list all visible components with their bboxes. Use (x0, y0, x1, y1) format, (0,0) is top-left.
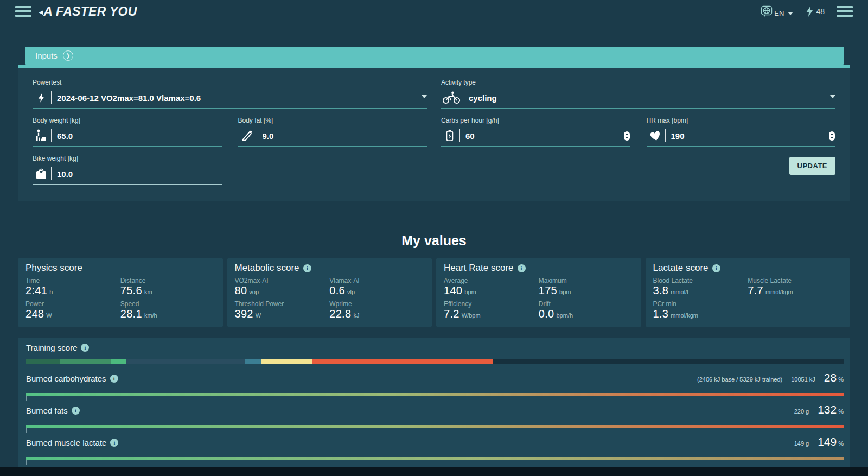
powertest-value: 2024-06-12 VO2max=81.0 Vlamax=0.6 (57, 93, 419, 103)
info-icon[interactable]: i (303, 264, 311, 272)
burned-muscle-lactate-label: Burned muscle lactate (26, 438, 106, 447)
bike-weight-field: Bike weight [kg] 10.0 (33, 155, 222, 185)
burned-carbohydrates-bar (26, 393, 844, 396)
fats-amount: 220 g (794, 408, 809, 415)
body-weight-value: 65.0 (57, 131, 222, 141)
body-fat-label: Body fat [%] (238, 117, 427, 124)
stat-hr-efficiency: Efficiency7.2W/bpm (444, 300, 539, 320)
cyclist-icon (441, 91, 462, 104)
carbs-amount: 10051 kJ (791, 376, 815, 383)
fats-percent: 132 (818, 403, 837, 416)
powertest-label: Powertest (33, 79, 427, 86)
chevron-down-icon (422, 95, 427, 98)
stat-time: Time2:41h (25, 277, 120, 297)
body-scale-icon (33, 129, 50, 142)
chevron-down-icon (830, 95, 835, 98)
training-score-title: Training score (26, 343, 77, 352)
weight-bag-icon (33, 167, 50, 180)
stat-vlamax: Vlamax-AI0.6vlp (329, 277, 424, 297)
caliper-icon (238, 129, 256, 142)
carbs-input[interactable]: 60 (441, 126, 630, 147)
carbs-stepper[interactable] (623, 131, 630, 141)
hr-max-value: 190 (671, 131, 829, 141)
body-fat-field: Body fat [%] 9.0 (238, 117, 427, 147)
stat-blood-lactate: Blood Lactate3.8mmol/l (653, 277, 748, 297)
carbs-value: 60 (465, 131, 623, 141)
menu-hamburger-icon[interactable] (15, 6, 31, 17)
body-weight-field: Body weight [kg] (33, 117, 222, 147)
burned-fats-bar (26, 425, 844, 428)
activity-type-label: Activity type (441, 79, 835, 86)
battery-energy-icon (441, 129, 458, 142)
inputs-header-label: Inputs (35, 51, 58, 60)
heart-icon (647, 129, 664, 142)
hr-max-label: HR max [bpm] (647, 117, 836, 124)
page-title: My values (18, 233, 850, 249)
page-bottom-edge (0, 467, 868, 476)
activity-type-select[interactable]: cycling (441, 88, 835, 109)
heart-rate-score-title: Heart Rate score (444, 263, 514, 274)
language-label: EN (774, 9, 784, 17)
stat-distance: Distance75.6km (120, 277, 215, 297)
bike-weight-value: 10.0 (57, 169, 222, 179)
activity-type-value: cycling (469, 93, 828, 103)
body-weight-input[interactable]: 65.0 (33, 126, 222, 147)
training-score-panel: Training score i Burned carbohydratesi (… (18, 338, 850, 476)
lightning-icon (805, 5, 814, 17)
body-fat-input[interactable]: 9.0 (238, 126, 427, 147)
powertest-field: Powertest 2024-06-12 VO2max=81.0 Vlamax=… (33, 79, 427, 109)
info-icon[interactable]: i (81, 344, 89, 352)
stat-pcr-min: PCr min1.3mmol/kgm (653, 300, 748, 320)
burned-carbohydrates-label: Burned carbohydrates (26, 374, 106, 383)
stat-hr-drift: Drift0.0bpm/h (539, 300, 634, 320)
hr-max-stepper[interactable] (828, 131, 835, 141)
burned-fats-label: Burned fats (26, 406, 68, 415)
carbs-percent: 28 (824, 371, 837, 384)
inputs-section-header[interactable]: Inputs ❯ (25, 47, 844, 65)
carbs-detail: (2406 kJ base / 5329 kJ trained) (697, 376, 782, 383)
info-icon[interactable]: i (518, 264, 526, 272)
body-weight-label: Body weight [kg] (33, 117, 222, 124)
training-score-bar (26, 359, 844, 364)
chevron-right-circle-icon: ❯ (63, 50, 73, 61)
body-fat-value: 9.0 (263, 131, 427, 141)
stat-hr-maximum: Maximum175bpm (539, 277, 634, 297)
physics-score-card: Physics score Time2:41h Distance75.6km P… (18, 258, 223, 327)
carbs-field: Carbs per hour [g/h] 60 (441, 117, 630, 147)
carbs-label: Carbs per hour [g/h] (441, 117, 630, 124)
bike-weight-input[interactable]: 10.0 (33, 164, 222, 185)
globe-icon (761, 5, 773, 17)
physics-score-title: Physics score (25, 263, 82, 274)
muscle-lactate-percent: 149 (818, 435, 837, 448)
burned-carbohydrates-section: Burned carbohydratesi (2406 kJ base / 53… (26, 371, 844, 396)
energy-count: 48 (816, 7, 825, 16)
update-button[interactable]: UPDATE (789, 157, 835, 175)
lactate-score-title: Lactate score (653, 263, 709, 274)
top-nav: A FASTER YOU EN 48 (0, 0, 868, 23)
muscle-lactate-amount: 149 g (794, 440, 809, 447)
hr-max-input[interactable]: 190 (647, 126, 836, 147)
powertest-select[interactable]: 2024-06-12 VO2max=81.0 Vlamax=0.6 (33, 88, 427, 109)
lactate-score-card: Lactate scorei Blood Lactate3.8mmol/l Mu… (646, 258, 851, 327)
metabolic-score-title: Metabolic score (235, 263, 299, 274)
settings-hamburger-icon[interactable] (837, 6, 853, 17)
inputs-panel: Powertest 2024-06-12 VO2max=81.0 Vlamax=… (18, 65, 850, 201)
info-icon[interactable]: i (110, 439, 118, 447)
app-logo[interactable]: A FASTER YOU (39, 4, 137, 19)
stat-power: Power248W (25, 300, 120, 320)
info-icon[interactable]: i (72, 407, 80, 415)
activity-type-field: Activity type cycling (441, 79, 835, 109)
stat-muscle-lactate: Muscle Lactate7.7mmol/kgm (748, 277, 843, 297)
language-selector[interactable]: EN (761, 5, 793, 17)
stat-vo2max: VO2max-AI80vop (235, 277, 330, 297)
info-icon[interactable]: i (110, 375, 118, 383)
chevron-down-icon (788, 12, 793, 15)
lightning-icon (33, 92, 50, 104)
stat-hr-average: Average140bpm (444, 277, 539, 297)
energy-counter[interactable]: 48 (805, 5, 825, 17)
heart-rate-score-card: Heart Rate scorei Average140bpm Maximum1… (436, 258, 641, 327)
info-icon[interactable]: i (712, 264, 720, 272)
stat-threshold-power: Threshold Power392W (235, 300, 330, 320)
burned-fats-section: Burned fatsi 220 g 132 % (26, 403, 844, 428)
burned-muscle-lactate-bar (26, 457, 844, 460)
